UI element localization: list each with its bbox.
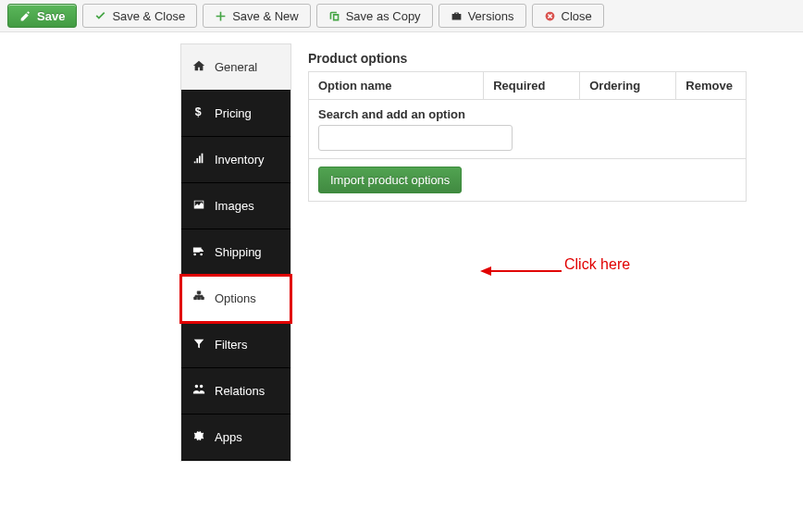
search-row: Search and add an option [309, 100, 747, 159]
sidebar-item-label: General [215, 60, 257, 74]
sidebar-item-label: Pricing [215, 106, 252, 120]
svg-text:$: $ [195, 105, 202, 118]
edit-icon [19, 10, 31, 22]
sidebar-item-apps[interactable]: Apps [181, 414, 290, 461]
save-label: Save [37, 9, 65, 23]
sidebar-item-label: Options [215, 291, 256, 305]
close-button[interactable]: Close [532, 4, 604, 28]
callout-text: Click here [564, 256, 630, 273]
col-option-name: Option name [309, 72, 484, 100]
sidebar-item-options[interactable]: Options [181, 276, 290, 322]
sidebar-item-inventory[interactable]: Inventory [181, 137, 290, 183]
search-label: Search and add an option [318, 107, 736, 121]
save-new-button[interactable]: Save & New [203, 4, 311, 28]
sidebar-item-label: Apps [215, 430, 242, 444]
svg-marker-3 [480, 266, 491, 276]
col-remove: Remove [676, 72, 747, 100]
sidebar-item-pricing[interactable]: $ Pricing [181, 91, 290, 137]
users-icon [192, 383, 205, 399]
sidebar-item-images[interactable]: Images [181, 183, 290, 229]
sidebar-item-label: Shipping [215, 245, 262, 259]
sidebar-item-filters[interactable]: Filters [181, 322, 290, 368]
save-copy-label: Save as Copy [346, 9, 421, 23]
bars-icon [192, 152, 205, 167]
import-options-button[interactable]: Import product options [318, 167, 462, 193]
close-label: Close [562, 9, 592, 23]
sidebar-item-general[interactable]: General [181, 44, 290, 91]
sitemap-icon [192, 291, 205, 306]
import-label: Import product options [330, 173, 450, 187]
save-close-button[interactable]: Save & Close [82, 4, 197, 28]
image-icon [192, 198, 205, 214]
save-copy-button[interactable]: Save as Copy [316, 4, 433, 28]
search-input[interactable] [318, 125, 513, 151]
home-icon [192, 59, 205, 75]
copy-icon [328, 10, 340, 22]
dollar-icon: $ [192, 105, 205, 121]
save-new-label: Save & New [232, 9, 299, 23]
toolbar: Save Save & Close Save & New Save as Cop… [0, 0, 803, 32]
truck-icon [192, 244, 205, 260]
sidebar-item-label: Images [215, 199, 254, 213]
sidebar-item-label: Filters [215, 338, 247, 352]
save-button[interactable]: Save [7, 4, 77, 28]
gear-icon [192, 429, 205, 445]
sidebar: General $ Pricing Inventory Images Shipp… [180, 43, 291, 462]
import-row: Import product options [309, 159, 747, 202]
callout-arrow [480, 264, 562, 278]
main-panel: Product options Option name Required Ord… [291, 43, 763, 462]
save-close-label: Save & Close [112, 9, 185, 23]
sidebar-item-label: Relations [215, 384, 265, 398]
versions-label: Versions [468, 9, 514, 23]
sidebar-item-label: Inventory [215, 153, 264, 167]
close-icon [544, 10, 556, 22]
col-ordering: Ordering [580, 72, 676, 100]
check-icon [94, 10, 106, 22]
sidebar-item-shipping[interactable]: Shipping [181, 229, 290, 276]
col-required: Required [484, 72, 580, 100]
section-title: Product options [308, 51, 747, 66]
plus-icon [215, 10, 227, 22]
sidebar-item-relations[interactable]: Relations [181, 368, 290, 414]
filter-icon [192, 337, 205, 353]
options-table: Option name Required Ordering Remove Sea… [308, 71, 747, 202]
briefcase-icon [451, 10, 463, 22]
versions-button[interactable]: Versions [439, 4, 526, 28]
